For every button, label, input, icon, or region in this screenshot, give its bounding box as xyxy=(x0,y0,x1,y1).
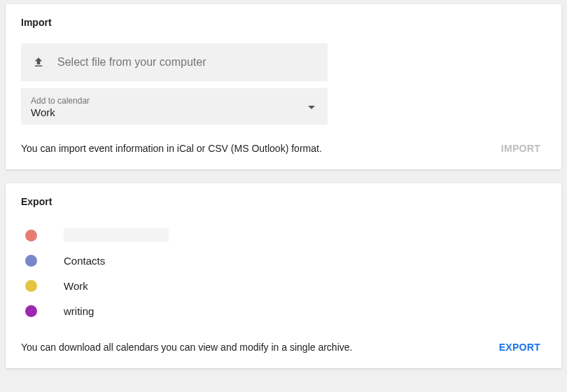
select-file-label: Select file from your computer xyxy=(57,56,206,69)
selected-calendar-value: Work xyxy=(31,106,90,118)
calendar-row-2: Work xyxy=(21,273,546,298)
calendar-name: Work xyxy=(64,280,88,292)
calendar-row-1: Contacts xyxy=(21,248,546,273)
upload-icon xyxy=(32,56,45,69)
export-title: Export xyxy=(21,196,546,207)
calendar-name: writing xyxy=(64,305,94,317)
add-to-calendar-dropdown[interactable]: Add to calendar Work xyxy=(21,88,328,125)
calendar-color-dot xyxy=(25,255,37,267)
calendar-list: Contacts Work writing xyxy=(21,223,546,323)
import-title: Import xyxy=(21,17,546,28)
export-button[interactable]: EXPORT xyxy=(493,337,546,357)
calendar-row-3: writing xyxy=(21,298,546,323)
calendar-color-dot xyxy=(25,280,37,292)
calendar-color-dot xyxy=(25,305,37,317)
import-card: Import Select file from your computer Ad… xyxy=(6,4,561,169)
export-card: Export Contacts Work writing You can dow… xyxy=(6,183,561,368)
import-help-text: You can import event information in iCal… xyxy=(21,143,322,154)
calendar-name-redacted xyxy=(64,228,169,242)
export-help-text: You can download all calendars you can v… xyxy=(21,342,352,353)
select-file-button[interactable]: Select file from your computer xyxy=(21,43,328,81)
calendar-color-dot xyxy=(25,230,37,241)
add-to-calendar-label: Add to calendar xyxy=(31,96,90,106)
chevron-down-icon xyxy=(308,106,315,109)
calendar-row-0 xyxy=(21,223,546,248)
import-button[interactable]: IMPORT xyxy=(496,139,546,158)
calendar-name: Contacts xyxy=(64,255,105,267)
